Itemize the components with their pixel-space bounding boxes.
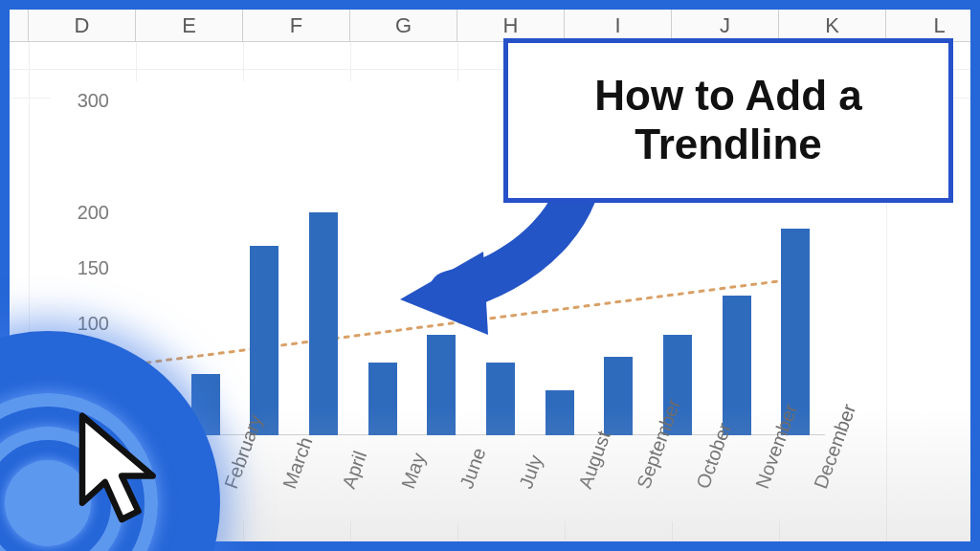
column-header-row: D E F G H I J K L [10,10,970,42]
x-tick-label: June [456,445,490,492]
x-tick-label: March [278,434,318,492]
y-tick-label: 300 [78,90,109,112]
x-tick-label: May [397,450,431,491]
callout-text: How to Add a Trendline [525,72,931,168]
column-header[interactable]: I [565,10,672,42]
bar [250,246,278,435]
column-header-gutter [10,10,29,42]
x-tick-label: April [338,448,371,491]
column-header[interactable]: D [29,10,136,42]
svg-line-0 [146,279,795,363]
title-callout: How to Add a Trendline [503,38,953,203]
x-tick-label: August [574,428,615,491]
column-header[interactable]: G [350,10,457,42]
bar [368,363,397,435]
column-header[interactable]: L [886,10,970,42]
bar [546,390,574,435]
column-header[interactable]: F [243,10,350,42]
thumbnail-frame: D E F G H I J K L 050100150200300 Januar… [0,0,980,551]
bar [427,335,456,435]
column-header[interactable]: J [672,10,779,42]
x-tick-label: July [515,452,547,492]
bar [604,357,633,435]
y-tick-label: 100 [78,313,109,335]
bar [309,212,338,435]
column-header[interactable]: K [779,10,886,42]
y-tick-label: 200 [78,201,109,223]
bar [486,363,515,435]
y-tick-label: 150 [78,257,109,279]
column-header[interactable]: E [136,10,243,42]
cursor-icon [67,408,172,532]
column-header[interactable]: H [457,10,565,42]
x-axis: JanuaryFebruaryMarchAprilMayJuneJulyAugu… [117,435,825,521]
bar [723,296,751,435]
